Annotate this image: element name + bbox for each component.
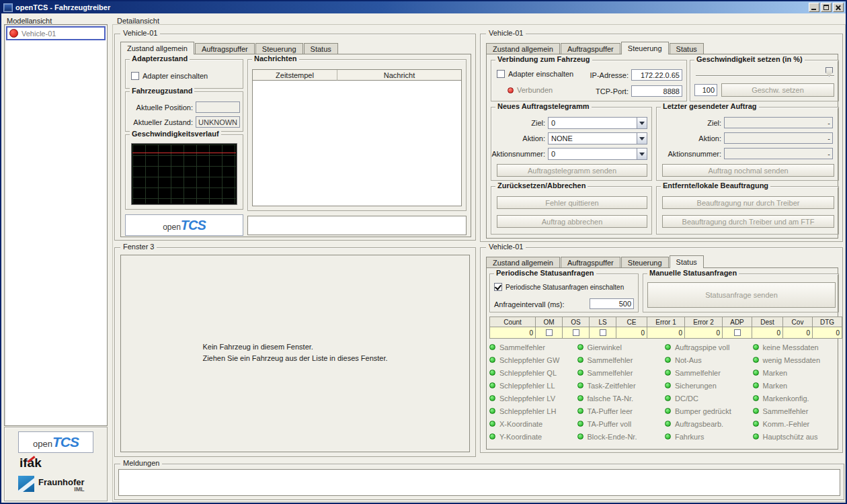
speed-slider[interactable] bbox=[696, 67, 834, 78]
adapter-enable-checkbox[interactable] bbox=[131, 72, 139, 80]
remote-local-group: Entfernte/lokale Beauftragung Beauftragu… bbox=[656, 186, 839, 235]
send-status-request-button[interactable]: Statusanfrage senden bbox=[647, 282, 836, 308]
tab-auftragspuffer[interactable]: Auftragspuffer bbox=[561, 257, 620, 267]
status-indicator: Schleppfehler LH bbox=[489, 405, 577, 417]
messages-col-zeitstempel[interactable]: Zeitstempel bbox=[253, 70, 337, 81]
last-action-number-label: Aktionsnummer: bbox=[657, 150, 721, 158]
error2-cell[interactable]: 0 bbox=[685, 327, 723, 339]
status-ok-icon bbox=[489, 408, 495, 414]
ce-cell[interactable]: 0 bbox=[616, 327, 647, 339]
ip-field[interactable]: 172.22.0.65 bbox=[631, 69, 682, 81]
status-ok-icon bbox=[753, 370, 759, 376]
status-indicator-grid: Sammelfehler Schleppfehler GW Schleppfeh… bbox=[489, 341, 840, 443]
action-combo-button[interactable] bbox=[637, 133, 647, 144]
messages-table[interactable]: Zeitstempel Nachricht bbox=[252, 69, 462, 206]
close-button[interactable] bbox=[833, 3, 844, 12]
tab-status[interactable]: Status bbox=[670, 255, 704, 268]
status-indicator: Block-Ende-Nr. bbox=[577, 430, 666, 443]
tab-steuerung[interactable]: Steuerung bbox=[621, 257, 669, 267]
dest-cell[interactable]: 0 bbox=[752, 327, 783, 339]
vehicle-list-item[interactable]: Vehicle-01 bbox=[6, 26, 106, 40]
tab-steuerung[interactable]: Steuerung bbox=[255, 43, 303, 54]
os-checkbox[interactable] bbox=[573, 329, 579, 336]
speed-field[interactable]: 100 bbox=[694, 84, 717, 96]
resend-order-button[interactable]: Auftrag nochmal senden bbox=[662, 164, 834, 177]
action-number-combo-button[interactable] bbox=[637, 149, 647, 159]
dest-combo[interactable]: 0 bbox=[548, 117, 647, 129]
set-speed-button[interactable]: Geschw. setzen bbox=[721, 83, 834, 97]
vehicle-state-group-title: Fahrzeugzustand bbox=[130, 87, 194, 95]
vehicle-list[interactable]: Vehicle-01 bbox=[4, 24, 108, 426]
title-bar[interactable]: openTCS - Fahrzeugtreiber bbox=[1, 1, 846, 13]
acknowledge-errors-button[interactable]: Fehler quittieren bbox=[497, 196, 647, 209]
last-dest-label: Ziel: bbox=[657, 119, 721, 127]
status-indicator-label: Marken bbox=[763, 369, 788, 377]
status-ok-icon bbox=[577, 408, 583, 414]
ls-checkbox[interactable] bbox=[600, 329, 606, 336]
count-cell[interactable]: 0 bbox=[490, 327, 536, 339]
window3-drop-area[interactable]: Kein Fahrzeug in diesem Fenster. Ziehen … bbox=[120, 255, 470, 452]
status-indicator: Marken bbox=[753, 366, 841, 379]
last-order-group-title: Letzter gesendeter Auftrag bbox=[661, 102, 759, 110]
error1-cell[interactable]: 0 bbox=[647, 327, 685, 339]
tab-status[interactable]: Status bbox=[670, 43, 704, 54]
messages-col-nachricht[interactable]: Nachricht bbox=[337, 70, 461, 81]
status-indicator-label: Sicherungen bbox=[675, 382, 717, 390]
status-indicator: Schleppfehler LL bbox=[489, 379, 577, 392]
os-cell[interactable] bbox=[563, 327, 590, 339]
cancel-order-button[interactable]: Auftrag abbrechen bbox=[497, 215, 647, 228]
action-number-combo[interactable]: 0 bbox=[548, 148, 647, 160]
adp-checkbox[interactable] bbox=[734, 329, 741, 336]
adp-cell[interactable] bbox=[723, 327, 752, 339]
send-order-button[interactable]: Auftragstelegramm senden bbox=[497, 164, 647, 177]
opentcs-logo-open: open bbox=[163, 222, 181, 232]
adapter-enable-checkbox[interactable] bbox=[497, 70, 505, 78]
ip-label: IP-Adresse: bbox=[571, 71, 629, 79]
status-indicator-label: Komm.-Fehler bbox=[763, 420, 810, 428]
status-indicator: Sicherungen bbox=[665, 379, 753, 392]
status-indicator: Sammelfehler bbox=[489, 341, 577, 353]
status-table-header-cell: Count bbox=[490, 317, 536, 327]
messages-log-area[interactable] bbox=[118, 469, 840, 496]
status-indicator: Sammelfehler bbox=[665, 366, 753, 379]
tab-auftragspuffer[interactable]: Auftragspuffer bbox=[561, 43, 620, 54]
driver-only-button[interactable]: Beauftragung nur durch Treiber bbox=[662, 196, 834, 209]
ls-cell[interactable] bbox=[590, 327, 616, 339]
driver-and-ftf-button[interactable]: Beauftragung durch Treiber und am FTF bbox=[662, 215, 834, 228]
panel-status-title: Vehicle-01 bbox=[486, 243, 526, 251]
status-table-header-cell: OS bbox=[563, 317, 590, 327]
minimize-button[interactable] bbox=[809, 3, 819, 12]
action-combo[interactable]: NONE bbox=[548, 132, 647, 144]
adapter-enable-row[interactable]: Adapter einschalten bbox=[131, 72, 208, 80]
tab-zustand-allgemein[interactable]: Zustand allgemein bbox=[486, 257, 560, 267]
close-icon bbox=[834, 3, 843, 11]
periodic-requests-group: Periodische Statusanfragen Periodische S… bbox=[489, 274, 639, 312]
interval-field[interactable]: 500 bbox=[590, 298, 634, 309]
message-detail-area[interactable] bbox=[247, 216, 467, 235]
last-order-group: Letzter gesendeter Auftrag Ziel: - Aktio… bbox=[656, 107, 839, 181]
periodic-enable-checkbox[interactable] bbox=[494, 283, 502, 291]
tab-steuerung[interactable]: Steuerung bbox=[621, 42, 669, 54]
om-checkbox[interactable] bbox=[546, 329, 553, 336]
maximize-button[interactable] bbox=[821, 3, 832, 12]
om-cell[interactable] bbox=[536, 327, 563, 339]
tab-zustand-allgemein[interactable]: Zustand allgemein bbox=[120, 42, 194, 54]
port-field[interactable]: 8888 bbox=[631, 85, 682, 97]
periodic-enable-row[interactable]: Periodische Statusanfragen einschalten bbox=[494, 283, 624, 291]
vehicle-name: Vehicle-01 bbox=[22, 30, 56, 38]
panel-vehicle-state: Vehicle-01 Zustand allgemein Auftragspuf… bbox=[114, 34, 476, 241]
status-indicator-label: Gierwinkel bbox=[588, 343, 622, 351]
tab-zustand-allgemein[interactable]: Zustand allgemein bbox=[486, 43, 560, 54]
opentcs-logo-box: open TCS bbox=[125, 214, 243, 236]
status-indicator: keine Messdaten bbox=[753, 341, 841, 353]
remote-local-group-title: Entfernte/lokale Beauftragung bbox=[661, 181, 770, 190]
adapter-enable-row[interactable]: Adapter einschalten bbox=[497, 70, 573, 78]
dtg-cell[interactable]: 0 bbox=[813, 327, 842, 339]
status-tab-bar: Zustand allgemein Auftragspuffer Steueru… bbox=[486, 255, 704, 268]
status-ok-icon bbox=[665, 395, 671, 401]
dest-combo-button[interactable] bbox=[637, 118, 647, 128]
tab-auftragspuffer[interactable]: Auftragspuffer bbox=[195, 43, 255, 54]
empty-window-line1: Kein Fahrzeug in diesem Fenster. bbox=[202, 341, 387, 353]
cov-cell[interactable]: 0 bbox=[783, 327, 813, 339]
tab-status[interactable]: Status bbox=[304, 43, 338, 54]
